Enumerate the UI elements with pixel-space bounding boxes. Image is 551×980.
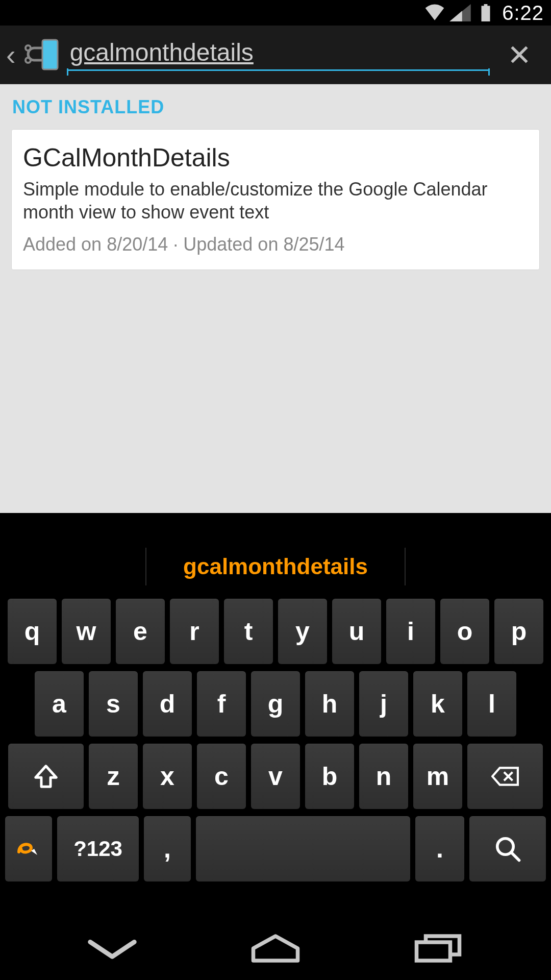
keyboard-suggestion-bar[interactable]: gcalmonthdetails	[5, 538, 546, 595]
keyboard-row-3: z x c v b n m	[5, 744, 546, 809]
key-t[interactable]: t	[224, 599, 273, 664]
key-l[interactable]: l	[467, 671, 516, 737]
recent-apps-icon	[411, 933, 466, 964]
keyboard-row-4: ?123 , .	[5, 816, 546, 881]
search-underline-decor	[67, 68, 68, 76]
suggestion-divider	[145, 548, 146, 585]
key-s[interactable]: s	[89, 671, 138, 737]
key-symbols[interactable]: ?123	[57, 816, 139, 881]
status-icons	[423, 4, 497, 21]
key-i[interactable]: i	[386, 599, 435, 664]
cell-signal-icon	[449, 4, 471, 21]
key-f[interactable]: f	[197, 671, 246, 737]
key-h[interactable]: h	[305, 671, 354, 737]
svg-rect-2	[42, 40, 58, 69]
key-o[interactable]: o	[440, 599, 489, 664]
key-j[interactable]: j	[359, 671, 408, 737]
section-header-not-installed: NOT INSTALLED	[0, 96, 551, 129]
clear-search-button[interactable]	[499, 34, 540, 75]
key-n[interactable]: n	[359, 744, 408, 809]
key-z[interactable]: z	[89, 744, 138, 809]
key-m[interactable]: m	[413, 744, 462, 809]
module-description: Simple module to enable/customize the Go…	[23, 178, 528, 224]
key-c[interactable]: c	[197, 744, 246, 809]
key-e[interactable]: e	[116, 599, 165, 664]
key-swype[interactable]	[5, 816, 52, 881]
key-r[interactable]: r	[170, 599, 219, 664]
key-k[interactable]: k	[413, 671, 462, 737]
app-header: ‹	[0, 26, 551, 84]
key-d[interactable]: d	[143, 671, 192, 737]
key-y[interactable]: y	[278, 599, 327, 664]
suggestion-divider	[405, 548, 406, 585]
status-time: 6:22	[502, 2, 544, 24]
nav-hide-keyboard-button[interactable]	[74, 930, 151, 966]
key-x[interactable]: x	[143, 744, 192, 809]
backspace-icon	[491, 763, 519, 790]
key-q[interactable]: q	[8, 599, 57, 664]
wifi-icon	[423, 4, 446, 21]
key-w[interactable]: w	[62, 599, 111, 664]
key-search[interactable]	[469, 816, 546, 881]
back-chevron-icon: ‹	[6, 38, 16, 71]
module-meta: Added on 8/20/14 · Updated on 8/25/14	[23, 234, 528, 255]
keyboard-row-2: a s d f g h j k l	[5, 671, 546, 737]
system-nav-bar	[0, 916, 551, 980]
key-u[interactable]: u	[332, 599, 381, 664]
key-v[interactable]: v	[251, 744, 300, 809]
svg-point-3	[26, 45, 31, 51]
search-icon	[494, 835, 521, 863]
nav-recent-apps-button[interactable]	[400, 930, 477, 966]
key-a[interactable]: a	[35, 671, 84, 737]
shift-icon	[32, 763, 60, 790]
swype-icon	[16, 835, 41, 863]
module-result-card[interactable]: GCalMonthDetails Simple module to enable…	[11, 129, 540, 270]
status-bar: 6:22	[0, 0, 551, 26]
svg-rect-6	[417, 942, 450, 961]
key-comma[interactable]: ,	[144, 816, 191, 881]
home-icon	[248, 933, 303, 964]
svg-rect-0	[482, 6, 490, 21]
xposed-logo-icon	[19, 39, 59, 70]
search-field-wrapper	[67, 34, 490, 75]
keyboard-row-1: q w e r t y u i o p	[5, 599, 546, 664]
chevron-down-icon	[85, 933, 140, 964]
close-icon	[508, 43, 531, 66]
key-period[interactable]: .	[415, 816, 464, 881]
key-g[interactable]: g	[251, 671, 300, 737]
results-pane: NOT INSTALLED GCalMonthDetails Simple mo…	[0, 84, 551, 513]
soft-keyboard: gcalmonthdetails q w e r t y u i o p a s…	[0, 538, 551, 916]
key-backspace[interactable]	[467, 744, 543, 809]
key-space[interactable]	[196, 816, 410, 881]
module-title: GCalMonthDetails	[23, 143, 528, 173]
key-shift[interactable]	[8, 744, 84, 809]
key-p[interactable]: p	[494, 599, 543, 664]
back-button[interactable]: ‹	[5, 26, 67, 84]
key-b[interactable]: b	[305, 744, 354, 809]
battery-icon	[474, 4, 497, 21]
svg-rect-1	[484, 4, 488, 7]
svg-point-4	[26, 58, 31, 63]
nav-home-button[interactable]	[237, 930, 314, 966]
search-underline-decor	[488, 68, 490, 76]
suggestion-word: gcalmonthdetails	[183, 554, 368, 579]
search-input[interactable]	[67, 38, 490, 71]
